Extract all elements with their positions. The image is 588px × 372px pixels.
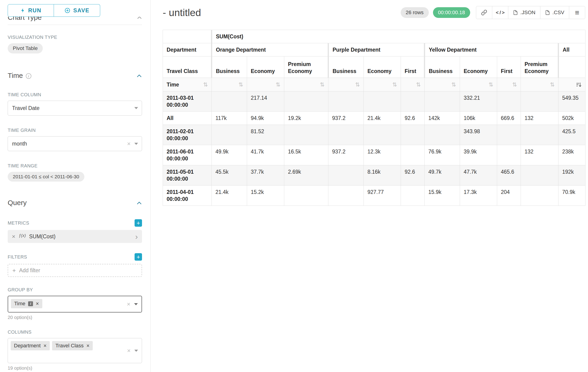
caret-down-icon [134,350,138,352]
cell: 16.5k [284,145,328,165]
time-axis-label: Time ⇅ [163,78,212,91]
save-button[interactable]: SAVE [54,4,100,17]
run-button[interactable]: RUN [8,4,54,17]
add-filter-button[interactable]: + Add filter [8,264,142,277]
cell [521,165,558,186]
sort-toggle-icon[interactable]: ⇅ [203,81,208,88]
plus-icon: + [12,267,16,274]
clear-icon[interactable]: × [127,301,130,307]
tag-label: Department [14,343,41,349]
control-panel: RUN SAVE Chart Type VISUALIZATION TYPE P… [0,0,151,372]
cell: 332.21 [460,91,497,112]
add-filter-plus-button[interactable]: + [135,253,142,261]
results-area: SUM(Cost) Department Orange Department P… [163,30,585,206]
chart-type-section-header[interactable]: Chart Type [8,17,142,22]
cell: 106k [460,112,497,125]
chevron-up-icon[interactable] [137,17,142,19]
cell [328,91,364,112]
row-header: 2011-05-01 00:00:00 [163,165,212,186]
add-metric-button[interactable]: + [135,219,142,227]
cell [425,125,460,145]
main-content: - untitled 26 rows 00:00:00.18 < / > [151,0,588,372]
sort-toggle-icon[interactable]: ⇅ [512,81,517,88]
caret-down-icon [134,303,138,305]
tag-label: Time [14,301,25,307]
sort-toggle-icon[interactable]: ⇅ [320,81,325,88]
chevron-up-icon[interactable] [136,201,142,205]
remove-tag-icon[interactable]: × [36,301,39,307]
cell: 132 [521,112,558,125]
row-header: 2011-04-01 00:00:00 [163,186,212,206]
row-header: All [163,112,212,125]
cell [497,125,521,145]
table-row: 2011-05-01 00:00:00 45.5k 37.7k 2.69k 8.… [163,165,586,186]
cell: 17.3k [460,186,497,206]
time-section-title: Time [8,71,23,80]
group-by-select[interactable]: Time i × × [8,296,142,312]
sort-toggle-icon[interactable]: ⇅ [392,81,397,88]
sort-toggle-icon[interactable]: ⇅ [239,81,243,88]
cell: 217.14 [247,91,284,112]
group-by-tag[interactable]: Time i × [11,299,42,308]
time-grain-label: TIME GRAIN [8,128,142,133]
time-grain-select[interactable]: month × [8,136,142,151]
chevron-up-icon[interactable] [136,74,142,77]
cell: 204 [497,186,521,206]
sort-header-row: Time ⇅ ⇅ ⇅ ⇅ ⇅ ⇅ ⇅ ⇅ ⇅ ⇅ ⇅ [163,78,586,91]
cell [284,125,328,145]
sort-toggle-icon[interactable]: ⇅ [276,81,280,88]
query-section-header[interactable]: Query [8,198,142,207]
sort-toggle-icon[interactable]: ⇅ [550,81,555,88]
cell [521,186,558,206]
controls-scroll-area: Chart Type VISUALIZATION TYPE Pivot Tabl… [0,17,150,372]
download-json-button[interactable]: .JSON [508,6,540,19]
columns-tag[interactable]: Department × [11,341,50,350]
file-icon [513,10,518,15]
copy-link-button[interactable] [476,6,492,19]
pivot-table: SUM(Cost) Department Orange Department P… [163,30,586,206]
columns-options-hint: 19 option(s) [8,365,142,371]
columns-label: COLUMNS [8,329,142,335]
time-grain-value: month [12,141,27,147]
metric-item[interactable]: × ƒ(x) SUM(Cost) › [8,230,142,243]
class-header: Economy [247,56,284,78]
travel-class-header-row: Travel Class Business Economy Premium Ec… [163,56,586,78]
sort-toggle-icon[interactable]: ⇅ [489,81,493,88]
cell: 70.9k [558,186,586,206]
clear-icon[interactable]: × [127,141,131,147]
sort-toggle-icon[interactable]: ⇅ [355,81,360,88]
time-range-pill[interactable]: 2011-01-01 ≤ col < 2011-06-30 [8,172,84,181]
cell [212,91,247,112]
menu-button[interactable]: ≡ [569,6,585,19]
time-range-label: TIME RANGE [8,163,142,169]
cell [364,91,401,112]
time-section-header[interactable]: Time i [8,71,142,80]
cell: 12.3k [364,145,401,165]
columns-select[interactable]: Department × Travel Class × × [8,338,142,363]
remove-tag-icon[interactable]: × [86,343,89,349]
columns-tag[interactable]: Travel Class × [52,341,93,350]
metric-header-cell: SUM(Cost) [212,30,586,43]
view-query-button[interactable]: < / > [492,6,508,19]
save-label: SAVE [73,7,89,14]
visualization-type-pill[interactable]: Pivot Table [8,43,43,53]
cell [497,91,521,112]
sort-toggle-icon[interactable]: ⇅ [416,81,421,88]
time-column-select[interactable]: Travel Date [8,101,142,116]
caret-right-icon[interactable]: › [135,233,138,240]
download-csv-button[interactable]: .CSV [540,6,569,19]
class-header: Premium Economy [284,56,328,78]
remove-metric-icon[interactable]: × [12,233,15,240]
export-button-group: < / > .JSON .CSV [476,6,585,19]
sort-desc-active-icon[interactable] [576,82,581,87]
sort-toggle-icon[interactable]: ⇅ [451,81,456,88]
row-count-badge: 26 rows [401,7,429,18]
remove-tag-icon[interactable]: × [43,343,46,349]
cell: 21.4k [364,112,401,125]
cell [425,91,460,112]
cell: 502k [558,112,586,125]
cell [521,91,558,112]
table-row: 2011-04-01 00:00:00 21.4k 15.2k 927.77 1… [163,186,586,206]
cell: 549.35 [558,91,586,112]
clear-icon[interactable]: × [127,348,131,354]
